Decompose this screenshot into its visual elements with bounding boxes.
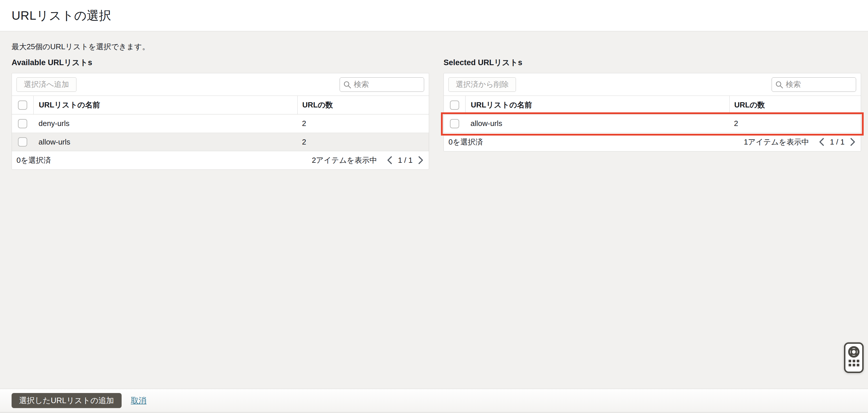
available-selected-summary: 0を選択済 (17, 155, 51, 166)
available-panel: 選択済へ追加 URLリストの名前 URLの数 deny-urls 2 allow… (11, 73, 429, 170)
bottom-action-bar: 選択したURLリストの追加 取消 (0, 389, 868, 412)
selected-table-footer: 0を選択済 1アイテムを表示中 1 / 1 (444, 132, 861, 151)
available-items-summary: 2アイテムを表示中 (312, 155, 377, 166)
selected-pager: 1アイテムを表示中 1 / 1 (744, 137, 856, 147)
table-row-selected-allow-urls[interactable]: allow-urls 2 (444, 114, 861, 132)
chevron-left-icon[interactable] (818, 138, 825, 146)
selected-panel-title: Selected URLリストs (443, 57, 522, 68)
row-checkbox[interactable] (18, 119, 27, 128)
available-pager: 2アイテムを表示中 1 / 1 (312, 155, 424, 166)
available-toolbar: 選択済へ追加 (12, 73, 429, 96)
row-name: allow-urls (465, 114, 729, 132)
selected-search-input[interactable] (786, 80, 852, 89)
selected-search[interactable] (772, 77, 856, 92)
row-checkbox[interactable] (450, 119, 459, 128)
row-url-count: 2 (729, 114, 861, 132)
remove-from-selected-button[interactable]: 選択済から削除 (448, 77, 516, 92)
row-checkbox[interactable] (18, 137, 27, 147)
lifebuoy-icon (847, 345, 861, 358)
selected-panel: 選択済から削除 URLリストの名前 URLの数 allow-urls 2 0を選… (443, 73, 861, 151)
add-selected-url-lists-button[interactable]: 選択したURLリストの追加 (11, 393, 122, 408)
grid-dots-icon (848, 360, 859, 366)
available-col-name-header: URLリストの名前 (33, 96, 297, 114)
selected-selected-summary: 0を選択済 (448, 137, 483, 147)
selected-page-indicator: 1 / 1 (830, 138, 844, 147)
page-subtitle: 最大25個のURLリストを選択できます。 (11, 42, 149, 52)
page-header: URLリストの選択 (0, 0, 868, 31)
available-panel-title: Available URLリストs (11, 57, 92, 68)
cancel-link[interactable]: 取消 (131, 395, 147, 406)
selected-items-summary: 1アイテムを表示中 (744, 137, 809, 147)
available-page-indicator: 1 / 1 (398, 156, 412, 165)
search-icon (775, 81, 783, 89)
row-name: allow-urls (33, 133, 297, 151)
add-to-selected-button[interactable]: 選択済へ追加 (17, 77, 76, 92)
row-url-count: 2 (297, 133, 429, 151)
row-name: deny-urls (33, 114, 297, 132)
available-col-count-header: URLの数 (297, 96, 429, 114)
selected-col-count-header: URLの数 (729, 96, 861, 114)
search-icon (343, 81, 351, 89)
selected-select-all-checkbox[interactable] (450, 100, 459, 110)
page-title: URLリストの選択 (11, 7, 111, 24)
chevron-left-icon[interactable] (386, 156, 393, 165)
selected-toolbar: 選択済から削除 (444, 73, 861, 96)
help-widget[interactable] (844, 342, 864, 373)
available-table-header: URLリストの名前 URLの数 (12, 96, 429, 114)
selected-col-name-header: URLリストの名前 (465, 96, 729, 114)
table-row-deny-urls[interactable]: deny-urls 2 (12, 114, 429, 132)
chevron-right-icon[interactable] (850, 138, 856, 146)
selected-table-header: URLリストの名前 URLの数 (444, 96, 861, 114)
available-table-footer: 0を選択済 2アイテムを表示中 1 / 1 (12, 151, 429, 169)
available-select-all-checkbox[interactable] (18, 100, 27, 110)
available-search-input[interactable] (354, 80, 421, 89)
chevron-right-icon[interactable] (418, 156, 424, 165)
table-row-allow-urls[interactable]: allow-urls 2 (12, 132, 429, 151)
row-url-count: 2 (297, 114, 429, 132)
available-search[interactable] (340, 77, 424, 92)
